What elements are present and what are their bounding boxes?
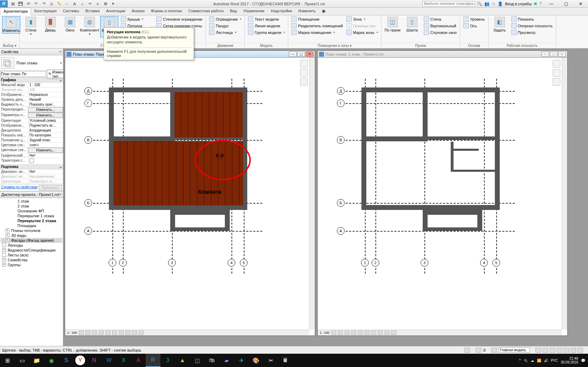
chrome-icon[interactable]: ◉ [44,354,59,367]
shaft-button[interactable]: ▯Шахта [403,16,421,33]
property-row[interactable]: ОриентацияУсловный север [0,118,63,123]
s5-icon[interactable] [563,348,569,353]
measure-icon[interactable]: 📏 [56,1,62,7]
open-icon[interactable]: ▤ [10,1,16,7]
property-row[interactable]: Параметры о...Изменить... [0,113,63,118]
property-row[interactable]: Уровень дета...Низкий [0,97,63,102]
sun-icon[interactable] [345,331,350,335]
tab-view[interactable]: Вид [227,8,240,15]
sync-icon[interactable]: ⟳ [25,1,32,7]
close-hidden-icon[interactable]: ⊞ [102,1,109,7]
model-field[interactable] [498,347,530,353]
tab-architecture[interactable]: Архитектура [0,8,31,15]
s6-icon[interactable] [570,348,576,353]
property-row[interactable]: Диапазон: ве...Неограниченно [0,174,63,179]
scale-display[interactable]: 1 : 100 [67,331,77,334]
tab-analyze[interactable]: Анализ [129,8,148,15]
tab-addins[interactable]: Надстройки [268,8,295,15]
help-icon[interactable]: ? [539,1,542,6]
detail-icon[interactable] [331,331,336,335]
stair-button[interactable]: Лестница▾ [208,29,242,35]
volume-icon[interactable]: 🔊 [544,359,548,362]
s1-icon[interactable] [535,348,541,353]
autocad-icon[interactable]: A [131,354,146,367]
minimize-button[interactable]: — [289,51,297,57]
property-row[interactable]: Переопредел...Изменить... [0,107,63,113]
tab-structure[interactable]: Конструкция [31,8,60,15]
thin-icon[interactable]: ≡ [95,1,101,7]
star-icon[interactable]: ☆ [492,1,496,6]
tab-annotate[interactable]: Аннотации [103,8,129,15]
opwall-button[interactable]: Стена [423,16,458,22]
show-button[interactable]: Показать [510,16,554,22]
onenote-icon[interactable]: N [87,354,102,367]
modeltext-button[interactable]: Текст модели [247,16,286,22]
store-icon[interactable]: 🛍 [205,354,219,367]
word-icon[interactable]: W [102,354,116,367]
start-button[interactable]: ⊞ [0,354,15,367]
reveal-icon[interactable] [139,331,144,335]
vertical-scrollbar[interactable] [562,58,567,330]
switch-icon[interactable]: ▾ [110,1,116,7]
s7-icon[interactable] [577,348,583,353]
modelgroup-button[interactable]: Группа модели▾ [247,29,286,35]
exchange-icon[interactable]: ✖ [534,1,537,6]
save-icon[interactable]: 💾 [18,1,24,7]
tray-up-icon[interactable]: ^ [519,359,521,362]
navwheel-icon[interactable] [300,60,308,68]
maximize-button[interactable]: ▢ [559,0,573,8]
reveal-icon[interactable] [391,331,396,335]
onedrive-icon[interactable]: ☁ [531,359,534,362]
ref-button[interactable]: Опорная плоскость [510,23,554,29]
property-row[interactable]: Положение ц...Задний план [0,138,63,143]
lock-icon[interactable] [378,331,383,335]
tab-massing[interactable]: Формы и генплан [148,8,185,15]
undo-icon[interactable]: ↶ [33,1,39,7]
byface-button[interactable]: ◫По грани [383,16,402,33]
tree-item[interactable]: 2 этаж [1,204,62,209]
s2-icon[interactable] [542,348,548,353]
level-button[interactable]: Уровень [462,16,486,22]
section-icon[interactable]: ✂ [87,1,93,7]
app-logo[interactable]: R [0,0,8,7]
filter-icon[interactable] [491,348,497,353]
paint-icon[interactable]: 🎨 [249,354,263,367]
power-icon[interactable]: 🔌 [524,359,528,362]
scale-display[interactable]: 1 : 100 [320,331,330,334]
ramp-button[interactable]: Пандус [208,23,242,29]
tab-insert[interactable]: Вставка [82,8,103,15]
property-row[interactable]: Отображени...Нормально [0,92,63,97]
crop-icon[interactable] [365,331,369,335]
wall-button[interactable]: ▮Стена▾ [22,16,40,37]
apply-button[interactable]: Применить [39,185,62,190]
notifications-icon[interactable]: 💬 [581,359,585,362]
roomtag-button[interactable]: Марка помещения▾ [290,29,344,35]
sun-icon[interactable] [92,331,97,335]
maximize-button[interactable]: ▢ [550,51,558,57]
cropshow-icon[interactable] [119,331,124,335]
style-icon[interactable] [338,331,343,335]
language-indicator[interactable]: РУС [551,359,558,362]
roomsep-button[interactable]: Разделитель помещений [290,23,344,29]
search-icon[interactable]: 🔍 [477,1,482,6]
excel-icon[interactable]: X [116,354,131,367]
clock[interactable]: 21:4630.09.2016 [561,357,578,364]
navwheel-icon[interactable] [553,60,560,68]
render-icon[interactable] [358,331,363,335]
view-canvas[interactable]: 12345ДГВБАс-уКомната [65,58,315,330]
tree-item[interactable]: 1 этаж [1,199,62,204]
user-icon[interactable]: 👤 [498,1,503,6]
tree-item[interactable]: Основание ФП [1,209,62,213]
shadow-icon[interactable] [99,331,104,335]
dormer-button[interactable]: Слуховое окно [423,29,458,35]
s4-icon[interactable] [556,348,562,353]
property-row[interactable]: Графический...Нет [0,153,63,158]
zoom-icon[interactable] [300,78,308,86]
explorer-icon[interactable]: 📁 [29,354,44,367]
tree-item[interactable]: +Группы [1,262,62,267]
skype-icon[interactable]: S [59,354,74,367]
sel-icon[interactable] [476,348,481,353]
close-button[interactable]: ✕ [306,51,313,57]
nav-bar[interactable] [300,60,308,86]
property-row[interactable]: Показать нев...По категории [0,133,63,138]
